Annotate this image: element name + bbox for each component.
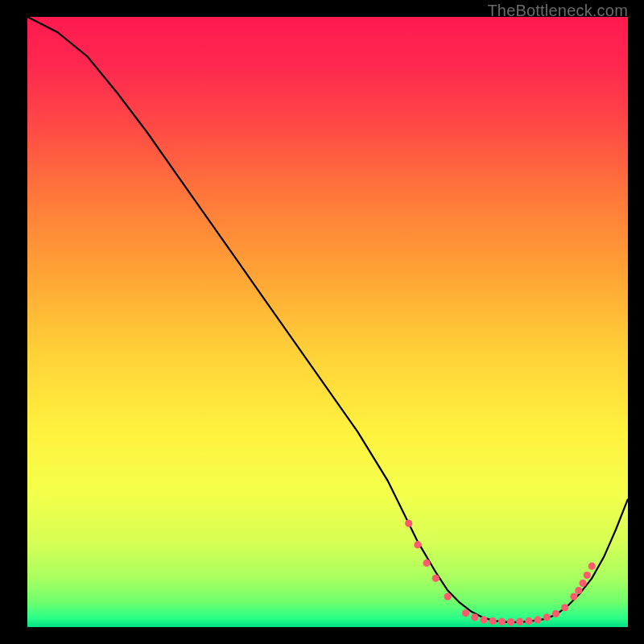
curve-marker [561,604,568,611]
curve-marker [570,593,577,601]
curve-marker [471,613,478,621]
gradient-background [27,17,628,627]
curve-marker [444,593,452,601]
curve-marker [507,618,514,625]
curve-marker [498,618,506,625]
watermark-text: TheBottleneck.com [487,2,628,20]
curve-marker [579,580,586,587]
bottleneck-curve-chart [27,17,628,627]
chart-frame [27,17,628,627]
curve-marker [543,613,551,621]
curve-marker [588,563,596,570]
curve-marker [552,610,559,617]
curve-marker [423,559,430,567]
curve-marker [462,609,469,617]
curve-marker [584,572,591,579]
curve-marker [525,617,532,625]
curve-marker [535,616,542,623]
curve-marker [414,541,421,548]
curve-marker [489,617,497,625]
curve-marker [575,587,582,594]
curve-marker [432,575,440,582]
curve-marker [516,618,523,625]
curve-marker [480,616,487,623]
curve-marker [405,520,412,527]
